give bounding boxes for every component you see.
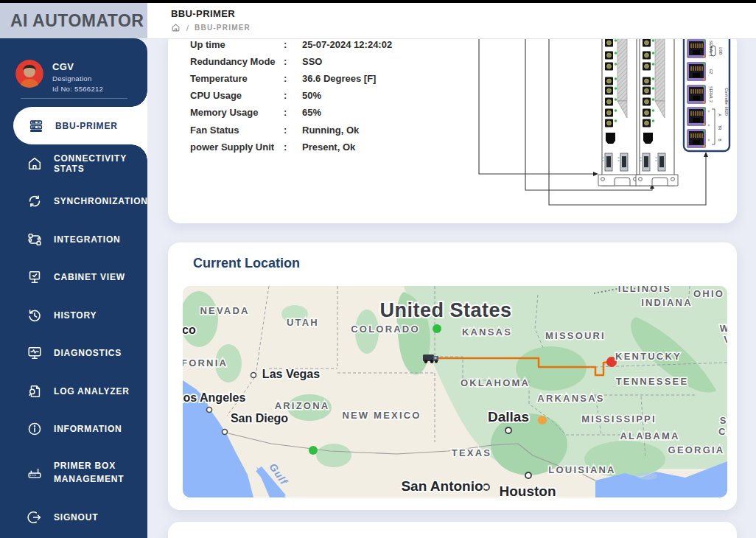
city-dot xyxy=(505,427,511,433)
sidebar-item-label: INTEGRATION xyxy=(54,234,121,245)
info-value: Present, Ok xyxy=(302,142,355,153)
info-row: Memory Usage:65% xyxy=(190,104,392,121)
breadcrumb-separator: / xyxy=(186,24,189,32)
svg-text:KANSAS: KANSAS xyxy=(462,326,512,338)
page-title: BBU-PRIMER xyxy=(171,8,756,19)
sidebar-item-label: LOG ANALYZER xyxy=(54,386,130,396)
sidebar-item-label: BBU-PRIMER xyxy=(55,121,118,131)
info-value: 36.6 Degrees [F] xyxy=(302,73,376,84)
info-value: 25-07-2024 12:24:02 xyxy=(302,39,392,50)
bbu-line-card-2 xyxy=(636,38,678,186)
device-info-list: Up time:25-07-2024 12:24:02 Redundancy M… xyxy=(190,38,392,156)
sidebar-item-cabinet-view[interactable]: CABINET VIEW xyxy=(0,259,147,297)
svg-text:LOUISIANA: LOUISIANA xyxy=(548,464,615,475)
sidebar-item-connectivity-stats[interactable]: CONNECTIVITY STATS xyxy=(0,144,147,183)
green-marker[interactable] xyxy=(433,324,441,333)
bbu-line-card-1 xyxy=(598,38,640,186)
city-dot xyxy=(207,408,212,413)
sidebar-item-primer-box-management[interactable]: PRIMER BOX MANAGEMENT xyxy=(0,448,147,497)
controller-usb-label: USB xyxy=(718,47,723,55)
sidebar-item-integration[interactable]: INTEGRATION xyxy=(0,220,147,259)
svg-text:COLORADO: COLORADO xyxy=(351,324,419,335)
home-icon xyxy=(27,156,43,172)
info-label: Redundancy Mode xyxy=(190,56,284,67)
clipped-state-label: CAROLINA xyxy=(718,426,727,437)
cabinet-icon xyxy=(27,269,43,285)
breadcrumb: / BBU-PRIMER xyxy=(171,23,756,32)
green-marker[interactable] xyxy=(309,446,318,455)
sidebar-item-label: HISTORY xyxy=(54,310,97,321)
sidebar-item-information[interactable]: INFORMATION xyxy=(0,411,147,449)
controller-port-label: SERIAL 2 xyxy=(709,86,713,102)
info-label: Fan Status xyxy=(190,125,284,136)
sidebar-item-bbu-primer[interactable]: BBU-PRIMER xyxy=(13,107,147,144)
city-dot xyxy=(525,472,531,478)
user-id: Id No: 5566212 xyxy=(52,85,103,93)
svg-text:ALABAMA: ALABAMA xyxy=(620,430,679,441)
current-location-card: Current Location xyxy=(168,242,737,510)
sidebar-item-synchronization[interactable]: SYNCHRONIZATION xyxy=(0,183,147,221)
controller-module: SERIAL 1 USB G2 SERIAL 2 A TR B Controll… xyxy=(684,38,729,151)
controller-port-label: G2 xyxy=(709,69,713,74)
sidebar-item-label: SIGNOUT xyxy=(54,512,98,523)
controller-name: Controller 6020 xyxy=(724,88,729,116)
svg-text:ARIZONA: ARIZONA xyxy=(275,400,330,411)
home-icon[interactable] xyxy=(171,23,181,32)
user-profile: CGV Designation Id No: 5566212 xyxy=(15,60,103,93)
sidebar-divider xyxy=(21,98,127,99)
info-row: Temperature:36.6 Degrees [F] xyxy=(190,70,392,87)
svg-text:NEW MEXICO: NEW MEXICO xyxy=(342,410,421,421)
sidebar-item-label: SYNCHRONIZATION xyxy=(54,196,148,206)
rack-icon xyxy=(28,118,44,134)
workflow-icon xyxy=(27,231,43,248)
orange-marker[interactable] xyxy=(538,416,547,425)
info-label: Memory Usage xyxy=(190,107,284,118)
signout-icon xyxy=(27,509,43,525)
user-designation: Designation xyxy=(52,74,103,83)
controller-group-label: TR xyxy=(718,125,722,130)
device-info-card: Up time:25-07-2024 12:24:02 Redundancy M… xyxy=(168,38,737,223)
sidebar-item-label: PRIMER BOX MANAGEMENT xyxy=(54,459,135,486)
brand-header: AI AUTOMATOR xyxy=(0,3,147,38)
clipped-state-label: VIRGINIA xyxy=(724,334,727,345)
info-label: power Supply Unit xyxy=(190,142,284,153)
sync-icon xyxy=(27,193,43,209)
svg-text:INDIANA: INDIANA xyxy=(641,297,693,308)
svg-text:NEVADA: NEVADA xyxy=(200,305,249,316)
sidebar-item-signout[interactable]: SIGNOUT xyxy=(0,497,147,537)
info-row: Up time:25-07-2024 12:24:02 xyxy=(190,38,392,53)
map[interactable]: United States NEVADA UTAH COLORADO KANSA… xyxy=(183,286,727,497)
svg-text:ILLINOIS: ILLINOIS xyxy=(618,286,672,294)
diagnostics-icon xyxy=(27,345,43,361)
log-analyzer-icon xyxy=(27,383,43,399)
clipped-state-label: WEST xyxy=(720,323,727,334)
clipped-state-label: CALIFORNIA xyxy=(183,357,228,368)
svg-text:MISSISSIPPI: MISSISSIPPI xyxy=(581,413,657,425)
svg-text:TEXAS: TEXAS xyxy=(452,447,491,458)
next-section-card xyxy=(168,522,737,538)
city-label: San Diego xyxy=(231,412,288,425)
sidebar-item-diagnostics[interactable]: DIAGNOSTICS xyxy=(0,335,147,373)
svg-text:OHIO: OHIO xyxy=(693,288,724,299)
info-label: Up time xyxy=(190,39,284,50)
content-area: Up time:25-07-2024 12:24:02 Redundancy M… xyxy=(147,38,756,538)
sidebar-item-log-analyzer[interactable]: LOG ANALYZER xyxy=(0,372,147,411)
router-icon xyxy=(27,464,43,481)
info-icon xyxy=(27,421,43,437)
city-label: Los Angeles xyxy=(183,391,245,404)
city-label: San Francisco xyxy=(183,324,196,336)
section-title: Current Location xyxy=(193,256,300,271)
breadcrumb-current[interactable]: BBU-PRIMER xyxy=(195,24,251,32)
info-row: Fan Status:Running, Ok xyxy=(190,121,392,138)
topbar: BBU-PRIMER / BBU-PRIMER xyxy=(147,3,756,38)
info-row: CPU Usage:50% xyxy=(190,87,392,104)
user-name: CGV xyxy=(52,61,103,72)
info-row: Redundancy Mode:SSO xyxy=(190,53,392,70)
info-value: Running, Ok xyxy=(302,125,359,136)
info-label: Temperature xyxy=(190,73,284,84)
city-label: San Antonio xyxy=(401,478,483,494)
svg-text:MISSOURI: MISSOURI xyxy=(545,330,606,341)
brand-title: AI AUTOMATOR xyxy=(10,11,144,31)
sidebar-item-history[interactable]: HISTORY xyxy=(0,296,147,335)
history-icon xyxy=(27,307,43,324)
